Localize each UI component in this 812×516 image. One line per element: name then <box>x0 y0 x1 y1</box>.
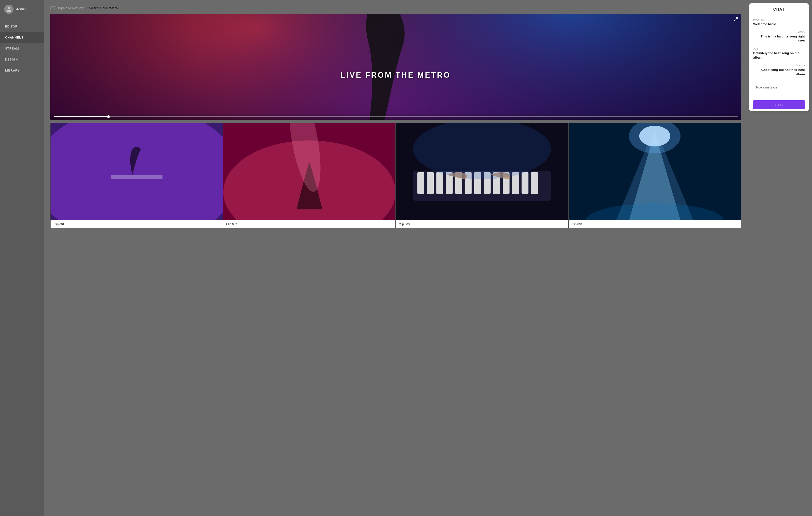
chat-message-input[interactable] <box>753 83 805 98</box>
progress-thumb <box>107 115 110 118</box>
chat-message-4: Martina Good song but not their best alb… <box>753 64 805 76</box>
sidebar-item-channels[interactable]: CHANNELS <box>0 32 45 43</box>
clip-label-4: Clip 004 <box>569 220 741 228</box>
video-title-overlay: LIVE FROM THE METRO <box>341 71 451 80</box>
sidebar-item-design[interactable]: DESIGN <box>0 54 45 65</box>
chat-messages: Moderator Welcome back! Tyler A. This is… <box>749 15 809 80</box>
clip-label-3: Clip 003 <box>396 220 568 228</box>
avatar <box>4 5 13 14</box>
sidebar: Admin EDITOR CHANNELS STREAM DESIGN LIBR… <box>0 0 45 516</box>
svg-rect-13 <box>111 175 163 179</box>
chat-post-button[interactable]: Post <box>753 100 805 109</box>
sidebar-item-stream[interactable]: STREAM <box>0 43 45 54</box>
video-player: LIVE FROM THE METRO <box>50 14 741 120</box>
chat-panel: CHAT Moderator Welcome back! Tyler A. Th… <box>749 3 809 111</box>
svg-line-10 <box>734 20 735 21</box>
clip-item-1[interactable]: Clip 001 <box>50 123 223 228</box>
user-icon <box>6 6 12 12</box>
progress-fill <box>54 116 109 117</box>
svg-rect-31 <box>531 172 538 194</box>
video-placeholder: LIVE FROM THE METRO <box>50 14 741 120</box>
username-label: Admin <box>16 7 26 11</box>
chat-sender-3: Ada <box>753 47 805 50</box>
svg-rect-19 <box>417 172 425 194</box>
expand-button[interactable] <box>733 17 738 22</box>
title-overlay-input[interactable] <box>86 6 131 10</box>
svg-rect-21 <box>436 172 443 194</box>
expand-icon <box>733 17 738 22</box>
chat-sender-4: Martina <box>796 64 805 67</box>
right-column: CHAT Moderator Welcome back! Tyler A. Th… <box>747 0 812 516</box>
clip-label-1: Clip 001 <box>51 220 223 228</box>
progress-track[interactable] <box>54 116 737 117</box>
clip-visual-4 <box>569 124 741 220</box>
sidebar-item-library[interactable]: LIBRARY <box>0 65 45 76</box>
clip-visual-2 <box>223 124 396 220</box>
chat-text-3: Definitely the best song on the album <box>753 51 805 60</box>
chat-text-2: This is my favorite song right now! <box>753 34 805 43</box>
svg-rect-30 <box>522 172 529 194</box>
chat-message-2: Tyler A. This is my favorite song right … <box>753 30 805 43</box>
clip-item-2[interactable]: Clip 002 <box>223 123 396 228</box>
title-overlay-label: Type title overlay: <box>58 6 84 10</box>
clips-grid: Clip 001 Clip 002 <box>50 123 741 228</box>
chat-message-3: Ada Definitely the best song on the albu… <box>753 47 805 60</box>
chat-title: CHAT <box>749 3 809 15</box>
clip-thumbnail-1 <box>51 124 223 220</box>
clip-visual-3 <box>396 124 568 220</box>
sidebar-user: Admin <box>0 0 45 19</box>
chat-message-1: Moderator Welcome back! <box>753 18 805 26</box>
edit-icon <box>50 6 55 10</box>
chat-sender-2: Tyler A. <box>796 30 805 33</box>
clip-thumbnail-3 <box>396 124 568 220</box>
clip-item-4[interactable]: Clip 004 <box>569 123 741 228</box>
title-overlay-bar: Type title overlay: <box>50 6 741 10</box>
main-content: Type title overlay: <box>45 0 747 516</box>
chat-input-area: Post <box>749 80 809 111</box>
chat-text-4: Good song but not their best album <box>753 67 805 76</box>
svg-point-12 <box>51 124 223 220</box>
clip-visual-1 <box>51 124 223 220</box>
sidebar-item-editor[interactable]: EDITOR <box>0 21 45 32</box>
sidebar-navigation: EDITOR CHANNELS STREAM DESIGN LIBRARY <box>0 21 45 76</box>
chat-text-1: Welcome back! <box>753 22 805 26</box>
svg-line-9 <box>736 18 737 19</box>
progress-bar[interactable] <box>50 113 741 120</box>
app-layout: Type title overlay: <box>45 0 812 516</box>
clip-thumbnail-2 <box>223 124 396 220</box>
clip-item-3[interactable]: Clip 003 <box>396 123 569 228</box>
chat-sender-1: Moderator <box>753 18 805 21</box>
clip-label-2: Clip 002 <box>223 220 396 228</box>
clip-thumbnail-4 <box>569 124 741 220</box>
svg-rect-20 <box>427 172 434 194</box>
concert-visual <box>50 14 741 120</box>
